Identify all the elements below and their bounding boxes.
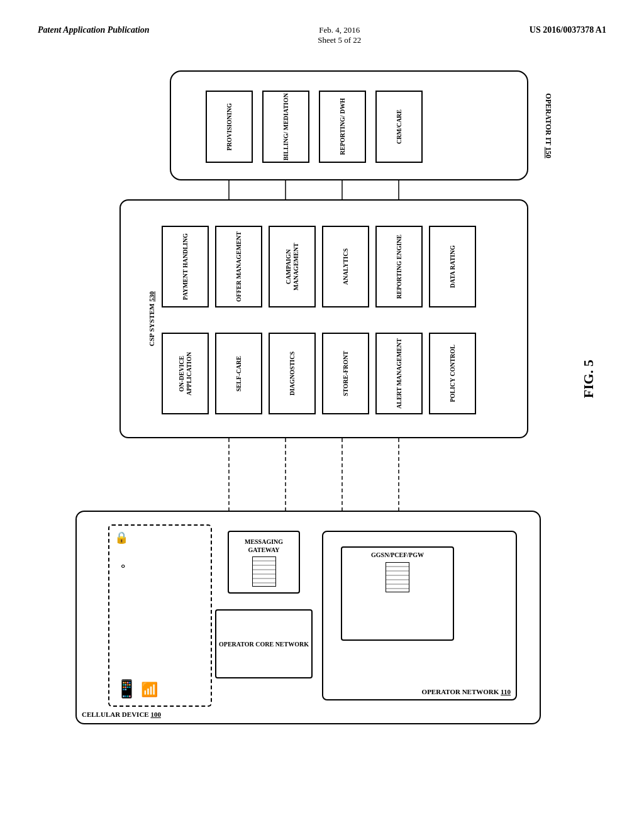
policy-ctrl-module: POLICY CONTROL bbox=[429, 333, 476, 414]
diagnostics-module: DIAGNOSTICS bbox=[269, 333, 316, 414]
publication-label: Patent Application Publication bbox=[38, 25, 150, 35]
reporting-engine-module: REPORTING ENGINE bbox=[375, 226, 423, 307]
page: Patent Application Publication Feb. 4, 2… bbox=[0, 0, 644, 830]
store-front-module: STORE-FRONT bbox=[322, 333, 369, 414]
device-small-icon: ⚬ bbox=[119, 560, 127, 572]
cellular-device-container: CELLULAR DEVICE 100 📱 📶 🔒 ⚬ MESSAGING GA… bbox=[75, 511, 541, 724]
sheet-info: Sheet 5 of 22 bbox=[318, 35, 361, 45]
operator-it-label: OPERATOR IT 150 bbox=[543, 93, 553, 158]
self-care-module: SELF-CARE bbox=[215, 333, 262, 414]
alert-mgmt-module: ALERT MANAGEMENT bbox=[375, 333, 423, 414]
messaging-gateway-label: MESSAGING GATEWAY bbox=[229, 538, 299, 554]
cellular-label: CELLULAR DEVICE 100 bbox=[82, 711, 161, 718]
on-device-module: ON-DEVICE APPLICATION bbox=[162, 333, 209, 414]
crm-module: CRM/CARE bbox=[375, 91, 423, 163]
header-center: Feb. 4, 2016 Sheet 5 of 22 bbox=[318, 25, 361, 45]
data-rating-module: DATA RATING bbox=[429, 226, 476, 307]
offer-module: OFFER MANAGEMENT bbox=[215, 226, 262, 307]
operator-it-container: OPERATOR IT 150 PROVISIONING BILLING/ ME… bbox=[170, 70, 528, 180]
operator-core-module: OPERATOR CORE NETWORK bbox=[215, 609, 313, 678]
page-header: Patent Application Publication Feb. 4, 2… bbox=[38, 25, 606, 45]
csp-label: CSP SYSTEM 530 bbox=[148, 291, 155, 346]
patent-number: US 2016/0037378 A1 bbox=[530, 25, 606, 35]
payment-module: PAYMENT HANDLING bbox=[162, 226, 209, 307]
csp-container: CSP SYSTEM 530 PAYMENT HANDLING OFFER MA… bbox=[119, 199, 528, 438]
diagram-area: FIG. 5 OPERATOR IT 150 PROVISIONING BILL… bbox=[38, 58, 606, 787]
publication-date: Feb. 4, 2016 bbox=[318, 25, 361, 35]
billing-module: BILLING/ MEDIATION bbox=[262, 91, 309, 163]
analytics-module: ANALYTICS bbox=[322, 226, 369, 307]
campaign-module: CAMPAIGN MANAGEMENT bbox=[269, 226, 316, 307]
rack-icon-messaging bbox=[252, 556, 276, 587]
operator-core-label: OPERATOR CORE NETWORK bbox=[219, 640, 309, 648]
device-apps-area: 📱 📶 🔒 ⚬ bbox=[108, 524, 212, 707]
operator-network-container: OPERATOR NETWORK 110 bbox=[322, 531, 517, 700]
operator-network-label: OPERATOR NETWORK 110 bbox=[422, 688, 511, 695]
provisioning-module: PROVISIONING bbox=[206, 91, 253, 163]
phone-icon: 📱 bbox=[116, 678, 138, 699]
reporting-dwh-module: REPORTING/ DWH bbox=[319, 91, 366, 163]
wifi-icon: 📶 bbox=[141, 682, 158, 698]
figure-label: FIG. 5 bbox=[580, 360, 597, 398]
lock-icon: 🔒 bbox=[114, 531, 128, 545]
messaging-gateway-module: MESSAGING GATEWAY bbox=[228, 531, 300, 594]
